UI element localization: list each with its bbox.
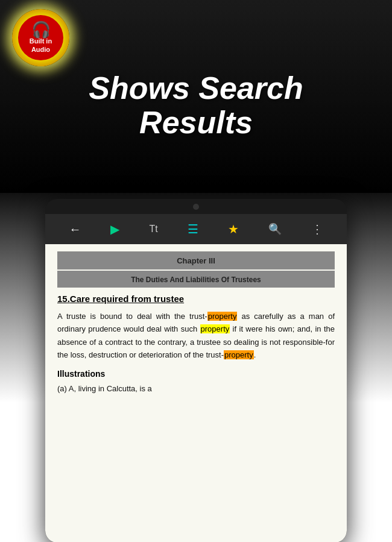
audio-badge-inner: 🎧 Built in Audio: [18, 15, 63, 60]
more-button[interactable]: ⋮: [311, 222, 323, 236]
chapter-header: Chapter III: [57, 251, 335, 269]
tablet-frame: ← ▶ Tt ☰ ★ 🔍 ⋮ Chapter III The Duties An…: [45, 199, 347, 542]
body-text: A truste is bound to deal with the trust…: [57, 310, 335, 362]
back-button[interactable]: ←: [69, 222, 81, 236]
headphone-icon: 🎧: [31, 22, 51, 37]
badge-text: Built in Audio: [30, 37, 52, 53]
book-content: Chapter III The Duties And Liabilities O…: [45, 244, 347, 542]
device-section: ← ▶ Tt ☰ ★ 🔍 ⋮ Chapter III The Duties An…: [0, 193, 392, 542]
audio-badge: 🎧 Built in Audio: [12, 9, 69, 66]
comment-button[interactable]: ☰: [188, 222, 198, 236]
section-heading: 15.Care required from trustee: [57, 294, 335, 304]
play-button[interactable]: ▶: [110, 222, 119, 236]
chapter-number: Chapter III: [177, 256, 215, 265]
chapter-subtitle-block: The Duties And Liabilities Of Trustees: [57, 271, 335, 288]
search-button[interactable]: 🔍: [268, 222, 282, 236]
top-section: 🎧 Built in Audio Shows Search Results: [0, 0, 392, 193]
text-size-button[interactable]: Tt: [149, 224, 157, 235]
illustration-a-text: (a) A, living in Calcutta, is a: [57, 382, 335, 395]
highlight-property-2: property: [200, 324, 230, 333]
highlight-property-3: property: [224, 350, 254, 359]
bookmark-button[interactable]: ★: [228, 222, 239, 236]
main-title: Shows Search Results: [89, 71, 303, 140]
highlight-property-1: property: [207, 312, 238, 321]
illustrations-heading: Illustrations: [57, 369, 335, 379]
toolbar: ← ▶ Tt ☰ ★ 🔍 ⋮: [45, 214, 347, 244]
tablet-camera: [193, 204, 199, 210]
chapter-subtitle-text: The Duties And Liabilities Of Trustees: [131, 276, 261, 284]
